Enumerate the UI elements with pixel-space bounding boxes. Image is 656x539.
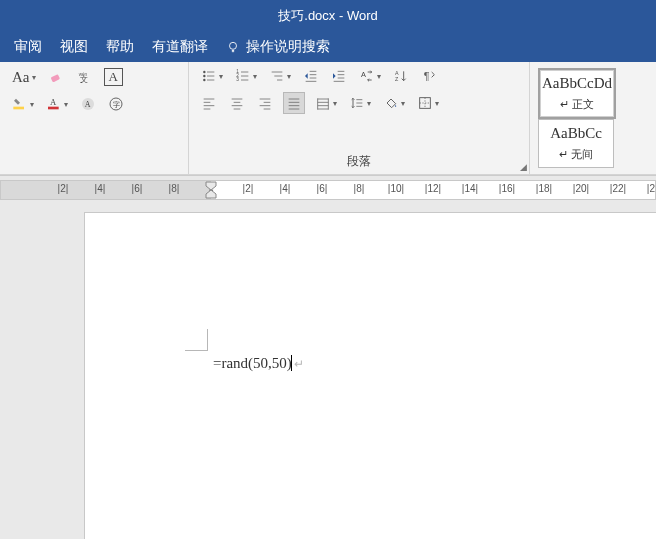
tell-me-label: 操作说明搜索 <box>246 38 330 56</box>
enclose-characters-button[interactable]: 字 <box>106 94 126 114</box>
bullets-icon <box>201 68 217 84</box>
align-center-icon <box>229 95 245 111</box>
borders-button[interactable]: ▾ <box>415 93 441 113</box>
numbering-button[interactable]: 123▾ <box>233 66 259 86</box>
tab-youdao[interactable]: 有道翻译 <box>152 38 208 56</box>
first-line-indent-marker[interactable] <box>205 181 217 199</box>
document-body-text[interactable]: =rand(50,50)↵ <box>213 355 304 372</box>
highlight-color-button[interactable]: ▾ <box>10 94 36 114</box>
align-left-icon <box>201 95 217 111</box>
numbering-icon: 123 <box>235 68 251 84</box>
show-hide-marks-button[interactable]: ¶ <box>419 66 439 86</box>
svg-text:¶: ¶ <box>424 70 430 82</box>
styles-group: AaBbCcDd ↵ 正文 AaBbCc ↵ 无间 <box>530 62 620 174</box>
clear-formatting-button[interactable] <box>46 67 66 87</box>
svg-text:字: 字 <box>113 100 120 109</box>
lightbulb-icon <box>226 40 240 54</box>
horizontal-ruler[interactable]: |8||6||4||2||2||4||6||8||10||12||14||16|… <box>0 180 656 200</box>
title-bar: 技巧.docx - Word <box>0 0 656 32</box>
text-direction-button[interactable]: A▾ <box>357 66 383 86</box>
align-justify-button[interactable] <box>283 92 305 114</box>
align-center-button[interactable] <box>227 93 247 113</box>
character-shading-button[interactable]: A <box>78 94 98 114</box>
multilevel-list-button[interactable]: ▾ <box>267 66 293 86</box>
line-spacing-icon <box>349 95 365 111</box>
svg-text:文: 文 <box>80 75 88 84</box>
svg-point-15 <box>203 75 205 77</box>
svg-rect-6 <box>13 107 24 110</box>
decrease-indent-icon <box>303 68 319 84</box>
typed-text: =rand(50,50) <box>213 355 292 371</box>
ribbon-tabs: 审阅 视图 帮助 有道翻译 操作说明搜索 <box>0 32 656 62</box>
align-left-button[interactable] <box>199 93 219 113</box>
decrease-indent-button[interactable] <box>301 66 321 86</box>
paint-bucket-icon <box>383 95 399 111</box>
tab-review[interactable]: 审阅 <box>14 38 42 56</box>
svg-rect-8 <box>48 107 59 110</box>
character-border-button[interactable]: A <box>102 66 125 88</box>
sort-button[interactable]: AZ <box>391 66 411 86</box>
multilevel-list-icon <box>269 68 285 84</box>
svg-point-17 <box>203 79 205 81</box>
style-normal[interactable]: AaBbCcDd ↵ 正文 <box>538 68 616 119</box>
tell-me-search[interactable]: 操作说明搜索 <box>226 38 330 56</box>
ruler-ticks: |8||6||4||2||2||4||6||8||10||12||14||16|… <box>1 181 655 199</box>
style-name: ↵ 正文 <box>560 97 594 112</box>
bullets-button[interactable]: ▾ <box>199 66 225 86</box>
eraser-icon <box>48 69 64 85</box>
paragraph-group-label: 段落 <box>199 151 519 174</box>
character-border-icon: A <box>104 68 123 86</box>
text-direction-icon: A <box>359 68 375 84</box>
pilcrow-icon: ¶ <box>421 68 437 84</box>
paragraph-mark-icon: ↵ <box>294 357 304 371</box>
align-right-icon <box>257 95 273 111</box>
font-color-button[interactable]: A▾ <box>44 94 70 114</box>
align-justify-icon <box>286 95 302 111</box>
ribbon: Aa▾ wén文 A ▾ A▾ A <box>0 62 656 175</box>
increase-indent-icon <box>331 68 347 84</box>
svg-rect-3 <box>50 74 60 82</box>
style-sample: AaBbCcDd <box>542 75 612 92</box>
line-spacing-button[interactable]: ▾ <box>347 93 373 113</box>
align-right-button[interactable] <box>255 93 275 113</box>
enclose-characters-icon: 字 <box>108 96 124 112</box>
svg-text:A: A <box>395 70 399 76</box>
font-group: Aa▾ wén文 A ▾ A▾ A <box>0 62 189 174</box>
margin-corner-marker <box>185 323 213 351</box>
document-page[interactable]: =rand(50,50)↵ <box>85 213 656 539</box>
increase-indent-button[interactable] <box>329 66 349 86</box>
shading-button[interactable]: ▾ <box>381 93 407 113</box>
document-area: =rand(50,50)↵ @51CTO博客 <box>0 204 656 539</box>
paragraph-group: ▾ 123▾ ▾ A▾ AZ ¶ ▾ ▾ ▾ ▾ 段落 ◢ <box>189 62 530 174</box>
font-color-icon: A <box>46 96 62 112</box>
style-name: ↵ 无间 <box>559 147 593 162</box>
phonetic-guide-button[interactable]: wén文 <box>74 67 94 87</box>
distributed-align-button[interactable]: ▾ <box>313 93 339 113</box>
ruler-area: |8||6||4||2||2||4||6||8||10||12||14||16|… <box>0 175 656 204</box>
svg-text:3: 3 <box>236 77 239 82</box>
phonetic-guide-icon: wén文 <box>76 69 92 85</box>
style-sample: AaBbCc <box>550 125 602 142</box>
distributed-align-icon <box>315 95 331 111</box>
svg-text:A: A <box>50 97 57 107</box>
borders-icon <box>417 95 433 111</box>
svg-point-0 <box>230 42 237 49</box>
svg-point-13 <box>203 71 205 73</box>
tab-view[interactable]: 视图 <box>60 38 88 56</box>
character-shading-icon: A <box>80 96 96 112</box>
svg-text:Z: Z <box>395 76 399 82</box>
style-no-spacing[interactable]: AaBbCc ↵ 无间 <box>538 119 614 168</box>
svg-text:A: A <box>361 70 366 79</box>
tab-help[interactable]: 帮助 <box>106 38 134 56</box>
sort-icon: AZ <box>393 68 409 84</box>
svg-text:A: A <box>85 100 91 109</box>
highlight-icon <box>12 96 28 112</box>
text-cursor <box>291 355 292 371</box>
change-case-button[interactable]: Aa▾ <box>10 67 38 88</box>
change-case-icon: Aa <box>12 69 30 86</box>
font-group-label <box>10 154 178 174</box>
window-title: 技巧.docx - Word <box>278 7 377 25</box>
paragraph-dialog-launcher[interactable]: ◢ <box>520 162 527 172</box>
